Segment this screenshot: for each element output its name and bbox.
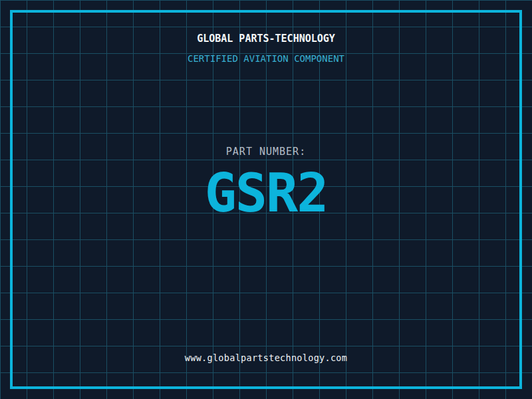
certification-tagline: CERTIFIED AVIATION COMPONENT bbox=[0, 54, 532, 64]
part-display-screen: GLOBAL PARTS-TECHNOLOGY CERTIFIED AVIATI… bbox=[0, 0, 532, 399]
company-name: GLOBAL PARTS-TECHNOLOGY bbox=[0, 33, 532, 44]
website-url: www.globalpartstechnology.com bbox=[0, 353, 532, 363]
part-number-value: GSR2 bbox=[0, 166, 532, 221]
part-number-label: PART NUMBER: bbox=[0, 146, 532, 157]
